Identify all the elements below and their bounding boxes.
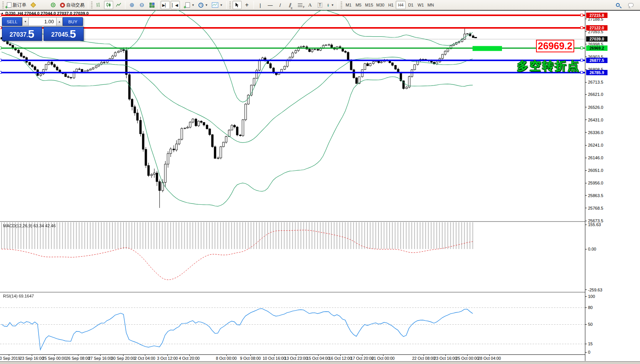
pane-separator[interactable] — [0, 292, 585, 293]
one-click-trading-panel: SELL ▼ ▲ BUY 27037.5 27045.5 — [2, 17, 84, 41]
sell-button[interactable]: SELL — [2, 17, 22, 26]
line-endpoint-marker[interactable] — [580, 14, 583, 16]
time-tick-label: 27 Sep 16:00 — [88, 356, 112, 361]
chat-button[interactable] — [626, 1, 635, 9]
time-tick-label: 23 Oct 16:00 — [434, 356, 457, 361]
panel-collapse-toggle[interactable]: ▲ — [1, 11, 4, 15]
macd-axis-label: -259.63 — [585, 288, 602, 292]
macd-indicator-label: MACD(12,26,9) 63.34 42.46 — [3, 223, 56, 228]
time-axis[interactable]: 20 Sep 201923 Sep 16:0025 Sep 00:0026 Se… — [0, 355, 585, 361]
pane-separator[interactable] — [0, 221, 585, 222]
bar-chart-button[interactable] — [94, 1, 103, 9]
toolbar-grip — [2, 2, 4, 8]
zoom-out-button[interactable]: ⊖ — [137, 1, 146, 9]
line-endpoint-marker[interactable] — [0, 47, 2, 49]
label-tool-button[interactable]: T — [315, 1, 325, 9]
time-tick-label: 23 Sep 16:00 — [20, 356, 44, 361]
timeframe-button-d1[interactable]: D1 — [406, 1, 416, 9]
shapes-tool-button[interactable]: ▲▼ ▼ — [325, 1, 336, 9]
price-badge: 27039.0 — [586, 36, 608, 42]
label-tool-icon: T — [318, 3, 322, 8]
rsi-pane-canvas[interactable] — [0, 293, 585, 355]
toolbar-grip — [91, 2, 93, 8]
market-depth-button[interactable] — [29, 1, 38, 9]
volume-decrease-button[interactable]: ▼ — [22, 17, 29, 26]
tile-windows-button[interactable] — [147, 1, 156, 9]
line-endpoint-marker[interactable] — [580, 47, 583, 49]
vline-tool-button[interactable]: | — [256, 1, 265, 9]
time-tick-label: 26 Sep 08:00 — [66, 356, 90, 361]
profile-button[interactable] — [39, 1, 48, 9]
candles-chart-button[interactable] — [104, 1, 113, 9]
macd-pane-canvas[interactable] — [0, 222, 585, 293]
timeframe-button-h1[interactable]: H1 — [386, 1, 396, 9]
search-button[interactable] — [613, 1, 622, 9]
hline-tool-button[interactable]: — — [266, 1, 275, 9]
signals-icon — [51, 3, 55, 7]
sell-price-big: 5 — [28, 28, 34, 40]
channel-tool-button[interactable]: ∥E — [286, 1, 295, 9]
vertical-line-icon: | — [260, 2, 261, 8]
text-tool-button[interactable]: A — [305, 1, 315, 9]
timeframe-group: M1M5M15M30H1H4D1W1MN — [344, 1, 436, 9]
rsi-axis-label: 15 — [585, 341, 593, 346]
line-endpoint-marker[interactable] — [0, 71, 2, 74]
chevron-down-icon: ▼ — [331, 3, 334, 7]
toolbar-grip — [341, 2, 342, 8]
main-chart-canvas[interactable] — [0, 10, 585, 222]
timeframe-button-h4[interactable]: H4 — [396, 1, 406, 9]
autoscroll-button[interactable]: ▶▏ — [161, 1, 170, 9]
chinese-annotation[interactable]: 多空转折点 — [517, 58, 593, 74]
line-chart-button[interactable] — [114, 1, 123, 9]
rsi-axis-label: 100 — [585, 294, 595, 299]
timeframe-button-m1[interactable]: M1 — [344, 1, 354, 9]
toolbar-separator — [88, 1, 88, 9]
chart-shift-icon: ▏◀ — [172, 3, 178, 7]
toolbar-separator — [158, 1, 159, 9]
line-chart-icon — [116, 2, 121, 8]
crosshair-tool-button[interactable]: + — [242, 1, 252, 9]
autotrading-button[interactable]: 自动交易 — [58, 1, 86, 9]
price-tick-label: 26713.5 — [585, 80, 603, 84]
autoscroll-icon: ▶▏ — [162, 3, 168, 7]
buy-price-display[interactable]: 27045.5 — [44, 27, 84, 41]
autotrading-icon — [60, 3, 65, 8]
templates-icon: + — [185, 2, 190, 8]
toolbar-separator — [182, 1, 182, 9]
time-tick-label: 20 Sep 2019 — [0, 356, 20, 361]
line-endpoint-marker[interactable] — [0, 59, 2, 61]
volume-increase-button[interactable]: ▲ — [56, 17, 63, 26]
cursor-tool-button[interactable] — [232, 1, 242, 9]
new-order-label: 新订单 — [13, 2, 26, 8]
signals-button[interactable] — [49, 1, 58, 9]
main-toolbar: + 新订单 自动交易 ⊕ ⊖ ▶▏ ▏◀ +▼ ▼ ▼ + | — / — [0, 0, 640, 10]
trendline-tool-button[interactable]: / — [276, 1, 285, 9]
rsi-axis-label: 50 — [585, 322, 593, 327]
indicators-list-button[interactable]: ▼ — [210, 1, 224, 9]
profile-icon — [41, 2, 46, 8]
sell-price-display[interactable]: 27037.5 — [2, 27, 42, 41]
volume-input[interactable] — [29, 17, 56, 26]
price-callout-box[interactable]: 26969.2 — [536, 40, 574, 52]
chart-shift-button[interactable]: ▏◀ — [171, 1, 180, 9]
time-tick-label: 15 Oct 04:00 — [307, 356, 330, 361]
timeframe-button-w1[interactable]: W1 — [416, 1, 426, 9]
timeframe-button-m5[interactable]: M5 — [354, 1, 364, 9]
timeframe-button-m30[interactable]: M30 — [375, 1, 386, 9]
line-endpoint-marker[interactable] — [0, 26, 2, 29]
macd-axis-label: 155.63 — [585, 222, 601, 227]
autotrading-label: 自动交易 — [66, 2, 84, 8]
zoom-in-icon: ⊕ — [130, 2, 135, 8]
chevron-down-icon: ▼ — [220, 3, 223, 7]
fibonacci-tool-button[interactable]: F — [296, 1, 305, 9]
templates-button[interactable]: +▼ — [184, 1, 196, 9]
crosshair-icon: + — [245, 2, 249, 8]
periods-button[interactable]: ▼ — [197, 1, 210, 9]
timeframe-button-mn[interactable]: MN — [426, 1, 435, 9]
buy-button[interactable]: BUY — [63, 17, 83, 26]
indicators-icon — [212, 2, 218, 8]
zoom-in-button[interactable]: ⊕ — [127, 1, 136, 9]
new-order-button[interactable]: + 新订单 — [5, 1, 28, 9]
line-endpoint-marker[interactable] — [580, 26, 583, 29]
timeframe-button-m15[interactable]: M15 — [364, 1, 375, 9]
